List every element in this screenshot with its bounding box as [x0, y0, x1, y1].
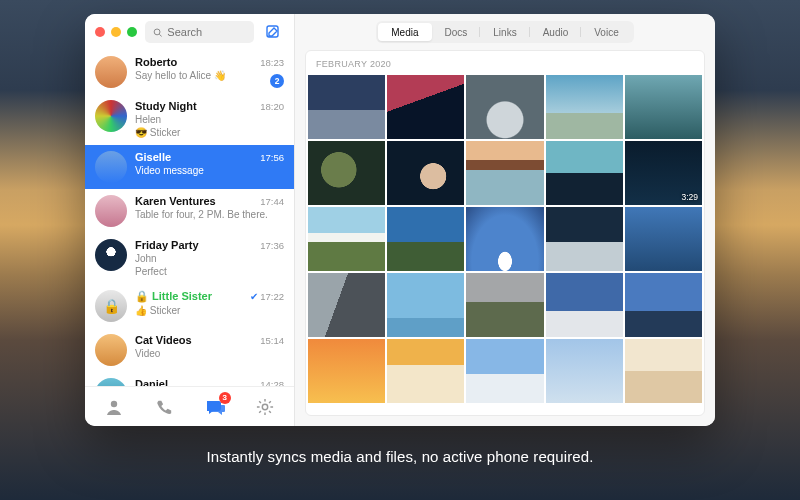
media-thumb[interactable]: [387, 207, 464, 271]
chat-name: Friday Party: [135, 239, 199, 251]
maximize-button[interactable]: [127, 27, 137, 37]
chat-preview: Say hello to Alice 👋: [135, 69, 284, 82]
read-check-icon: ✔: [250, 291, 258, 302]
section-header: FEBRUARY 2020: [306, 51, 704, 75]
media-thumb[interactable]: [546, 207, 623, 271]
search-field[interactable]: [145, 21, 254, 43]
chat-time: 18:20: [260, 101, 284, 112]
search-input[interactable]: [167, 26, 246, 38]
avatar: [95, 195, 127, 227]
svg-point-3: [111, 400, 117, 406]
media-thumb[interactable]: [387, 141, 464, 205]
desktop-wallpaper: Roberto18:23 Say hello to Alice 👋 2 Stud…: [0, 0, 800, 500]
gear-icon: [256, 398, 274, 416]
media-thumb[interactable]: [466, 141, 543, 205]
media-thumb[interactable]: [466, 273, 543, 337]
app-window: Roberto18:23 Say hello to Alice 👋 2 Stud…: [85, 14, 715, 426]
avatar: [95, 334, 127, 366]
avatar: [95, 100, 127, 132]
media-thumb[interactable]: [308, 273, 385, 337]
search-icon: [153, 27, 162, 38]
chat-item[interactable]: Daniel14:28 Do you have any idea what ti…: [85, 372, 294, 386]
avatar: 🔒: [95, 290, 127, 322]
media-thumb[interactable]: [308, 141, 385, 205]
contact-icon: [104, 397, 124, 417]
chat-preview: Helen😎 Sticker: [135, 113, 284, 139]
tab-contacts[interactable]: [99, 392, 129, 422]
chat-name: Study Night: [135, 100, 197, 112]
video-duration: 3:29: [681, 192, 698, 202]
chat-time: 17:44: [260, 196, 284, 207]
chat-time: ✔ 17:22: [250, 291, 284, 302]
chat-preview: Table for four, 2 PM. Be there.: [135, 208, 284, 221]
tab-audio[interactable]: Audio: [530, 23, 582, 41]
chat-item[interactable]: Roberto18:23 Say hello to Alice 👋 2: [85, 50, 294, 94]
chat-name: 🔒 Little Sister: [135, 290, 212, 303]
chat-time: 17:56: [260, 152, 284, 163]
avatar: [95, 151, 127, 183]
bottom-tabs: 3: [85, 386, 294, 426]
tab-voice[interactable]: Voice: [581, 23, 631, 41]
media-thumb[interactable]: [625, 273, 702, 337]
svg-point-4: [262, 404, 267, 409]
minimize-button[interactable]: [111, 27, 121, 37]
chat-list: Roberto18:23 Say hello to Alice 👋 2 Stud…: [85, 50, 294, 386]
media-thumb[interactable]: [466, 339, 543, 403]
chat-preview: 👍 Sticker: [135, 304, 284, 317]
chat-time: 17:36: [260, 240, 284, 251]
chat-item[interactable]: Cat Videos15:14 Video: [85, 328, 294, 372]
chat-time: 15:14: [260, 335, 284, 346]
media-thumb[interactable]: [308, 339, 385, 403]
chat-preview: JohnPerfect: [135, 252, 284, 278]
chat-item[interactable]: Study Night18:20 Helen😎 Sticker: [85, 94, 294, 145]
chat-item[interactable]: Friday Party17:36 JohnPerfect: [85, 233, 294, 284]
media-scroll[interactable]: FEBRUARY 2020 3:29: [305, 50, 705, 416]
tab-chats[interactable]: 3: [200, 392, 230, 422]
tab-links[interactable]: Links: [480, 23, 529, 41]
segmented-tabs: Media Docs Links Audio Voice: [295, 14, 715, 50]
media-thumb[interactable]: [308, 207, 385, 271]
media-thumb[interactable]: [387, 75, 464, 139]
sidebar: Roberto18:23 Say hello to Alice 👋 2 Stud…: [85, 14, 295, 426]
media-thumb[interactable]: [387, 339, 464, 403]
media-thumb[interactable]: [625, 339, 702, 403]
chat-item-selected[interactable]: Giselle17:56 Video message: [85, 145, 294, 189]
chat-name: Cat Videos: [135, 334, 192, 346]
chat-time: 18:23: [260, 57, 284, 68]
tab-docs[interactable]: Docs: [432, 23, 481, 41]
chat-name: Karen Ventures: [135, 195, 216, 207]
tab-settings[interactable]: [250, 392, 280, 422]
chat-preview: Video: [135, 347, 284, 360]
media-thumb[interactable]: [625, 75, 702, 139]
phone-icon: [155, 398, 173, 416]
avatar: [95, 378, 127, 386]
compose-button[interactable]: [262, 21, 284, 43]
media-thumb[interactable]: [625, 207, 702, 271]
media-thumb[interactable]: [546, 339, 623, 403]
close-button[interactable]: [95, 27, 105, 37]
media-thumb[interactable]: [546, 273, 623, 337]
titlebar: [85, 14, 294, 50]
media-grid: 3:29: [306, 75, 704, 415]
chat-item[interactable]: 🔒 🔒 Little Sister✔ 17:22 👍 Sticker: [85, 284, 294, 328]
avatar: [95, 56, 127, 88]
chat-name: Giselle: [135, 151, 171, 163]
svg-line-1: [159, 34, 161, 36]
media-thumb[interactable]: [546, 141, 623, 205]
chat-name: Daniel: [135, 378, 168, 386]
chat-item[interactable]: Karen Ventures17:44 Table for four, 2 PM…: [85, 189, 294, 233]
tab-media[interactable]: Media: [378, 23, 431, 41]
marketing-caption: Instantly syncs media and files, no acti…: [207, 448, 594, 465]
avatar: [95, 239, 127, 271]
media-thumb[interactable]: [308, 75, 385, 139]
compose-icon: [265, 24, 281, 40]
media-thumb[interactable]: 3:29: [625, 141, 702, 205]
media-thumb[interactable]: [466, 75, 543, 139]
tab-calls[interactable]: [149, 392, 179, 422]
media-thumb[interactable]: [546, 75, 623, 139]
svg-point-0: [154, 29, 160, 35]
media-thumb[interactable]: [466, 207, 543, 271]
media-thumb[interactable]: [387, 273, 464, 337]
shared-media-panel: Media Docs Links Audio Voice FEBRUARY 20…: [295, 14, 715, 426]
chats-badge: 3: [219, 392, 231, 404]
